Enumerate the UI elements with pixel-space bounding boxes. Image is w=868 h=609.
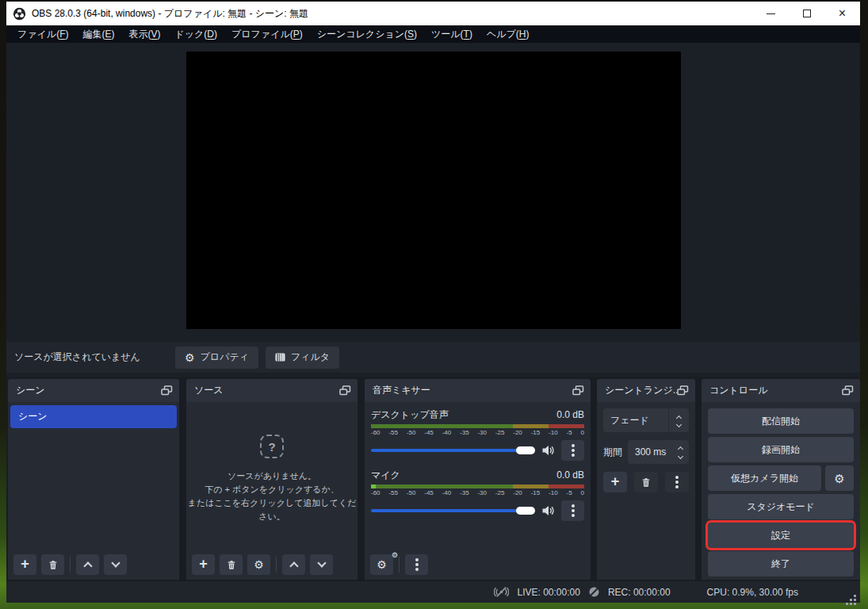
channel-db-value: 0.0 dB	[556, 409, 584, 420]
remove-scene-button[interactable]	[41, 554, 64, 575]
popout-icon[interactable]	[842, 385, 854, 396]
sources-toolbar: + ⚙	[192, 554, 352, 575]
source-up-button[interactable]	[282, 554, 305, 575]
popout-icon[interactable]	[161, 385, 173, 396]
resize-grip-icon[interactable]	[854, 595, 856, 597]
trash-icon	[48, 560, 58, 570]
maximize-button[interactable]	[789, 2, 824, 25]
preview-canvas[interactable]	[186, 52, 681, 329]
volume-slider[interactable]	[371, 507, 535, 515]
scene-item-selected[interactable]: シーン	[10, 405, 177, 428]
vertical-dots-icon	[572, 449, 575, 452]
menu-scene-collection[interactable]: シーンコレクション(S)	[310, 25, 424, 43]
source-properties-button[interactable]: ⚙	[247, 554, 270, 575]
gear-icon: ⚙	[377, 559, 387, 570]
cpu-fps-stats: CPU: 0.9%, 30.00 fps	[707, 587, 798, 598]
meter-scale: -60-55-50-45-40-35-30-25-20-15-10-50	[371, 489, 584, 497]
slider-handle[interactable]	[516, 507, 535, 515]
toolbar-separator	[399, 557, 400, 573]
virtual-cam-settings-button[interactable]: ⚙	[825, 465, 854, 491]
volume-meter	[371, 424, 584, 428]
add-source-button[interactable]: +	[192, 554, 215, 575]
popout-icon[interactable]	[677, 385, 689, 396]
slider-handle[interactable]	[516, 446, 535, 454]
menu-tools[interactable]: ツール(T)	[424, 25, 480, 43]
chevron-down-icon	[676, 421, 682, 427]
mixer-menu-button[interactable]	[405, 554, 428, 575]
rec-time: REC: 00:00:00	[608, 587, 671, 598]
transitions-panel-header: シーントランジ...	[597, 379, 695, 402]
start-streaming-button[interactable]: 配信開始	[708, 408, 854, 434]
source-toolbar: ソースが選択されていません ⚙ プロパティ	[6, 342, 860, 373]
speaker-icon[interactable]	[541, 505, 555, 516]
desktop-wallpaper: OBS 28.0.3 (64-bit, windows) - プロファイル: 無…	[0, 0, 868, 609]
source-down-button[interactable]	[310, 554, 333, 575]
properties-button[interactable]: ⚙ プロパティ	[175, 347, 258, 369]
scene-down-button[interactable]	[104, 554, 127, 575]
studio-mode-button[interactable]: スタジオモード	[708, 494, 854, 519]
transition-select[interactable]: フェード	[603, 408, 689, 432]
start-virtual-cam-button[interactable]: 仮想カメラ開始	[708, 465, 821, 491]
minimize-button[interactable]	[753, 2, 789, 25]
close-button[interactable]: ×	[824, 2, 860, 25]
remove-transition-button[interactable]	[634, 472, 658, 492]
controls-panel: コントロール 配信開始 録画開始 仮想カメラ開始 ⚙ スタジオモード	[702, 379, 860, 580]
minimize-icon	[767, 13, 775, 14]
start-recording-button[interactable]: 録画開始	[708, 437, 854, 462]
popout-icon[interactable]	[572, 385, 584, 396]
menu-edit[interactable]: 編集(E)	[75, 25, 121, 43]
toolbar-separator	[70, 557, 71, 573]
menu-profile[interactable]: プロファイル(P)	[224, 25, 310, 43]
controls-panel-header: コントロール	[702, 379, 860, 402]
meter-scale: -60-55-50-45-40-35-30-25-20-15-10-50	[371, 429, 584, 437]
settings-button[interactable]: 設定	[708, 523, 854, 548]
advanced-audio-button[interactable]: ⚙ ⚙	[370, 554, 393, 575]
menu-docks[interactable]: ドック(D)	[168, 25, 225, 43]
close-icon: ×	[839, 6, 846, 21]
vertical-dots-icon	[415, 563, 419, 566]
volume-meter	[371, 485, 584, 488]
chevron-down-icon	[317, 558, 326, 567]
trash-icon	[641, 477, 651, 488]
popout-icon[interactable]	[339, 385, 351, 396]
filters-button[interactable]: フィルタ	[266, 347, 339, 369]
speaker-icon[interactable]	[541, 445, 555, 456]
scenes-toolbar: +	[13, 554, 174, 575]
docks-area: シーン シーン +	[6, 377, 860, 581]
channel-name: マイク	[371, 469, 400, 482]
menu-help[interactable]: ヘルプ(H)	[480, 25, 537, 43]
maximize-icon	[803, 10, 811, 17]
add-scene-button[interactable]: +	[13, 554, 36, 575]
add-transition-button[interactable]: +	[603, 472, 627, 492]
audio-mixer-panel: 音声ミキサー デスクトップ音声 0.0 dB	[365, 379, 591, 580]
sources-panel: ソース ? ソースがありません。 下の + ボタンをクリックするか、 またはここ…	[186, 379, 358, 580]
remove-source-button[interactable]	[220, 554, 243, 575]
chevron-up-icon	[83, 561, 92, 570]
spin-up-button[interactable]	[677, 446, 683, 452]
filter-icon	[275, 352, 285, 362]
menu-view[interactable]: 表示(V)	[121, 25, 167, 43]
channel-menu-button[interactable]	[561, 440, 584, 461]
select-chevrons	[668, 408, 689, 432]
menu-file[interactable]: ファイル(F)	[10, 25, 75, 43]
transition-menu-button[interactable]	[665, 472, 689, 492]
scenes-panel: シーン シーン +	[8, 379, 179, 580]
chevron-down-icon	[111, 558, 120, 567]
title-bar: OBS 28.0.3 (64-bit, windows) - プロファイル: 無…	[6, 2, 860, 25]
sources-panel-header: ソース	[186, 379, 358, 402]
vertical-dots-icon	[675, 481, 679, 484]
live-time: LIVE: 00:00:00	[517, 587, 579, 598]
duration-spinner[interactable]: 300 ms	[628, 440, 689, 464]
channel-menu-button[interactable]	[561, 500, 584, 521]
spin-down-button[interactable]	[677, 454, 683, 459]
status-bar: LIVE: 00:00:00 REC: 00:00:00 CPU: 0.9%, …	[6, 581, 860, 603]
trash-icon	[227, 560, 236, 570]
exit-button[interactable]: 終了	[708, 551, 854, 576]
rec-disc-icon	[588, 586, 600, 598]
window-controls: ×	[753, 2, 860, 25]
volume-slider[interactable]	[371, 446, 535, 454]
obs-logo-icon	[13, 7, 26, 21]
scenes-panel-header: シーン	[8, 379, 179, 402]
gear-icon: ⚙	[834, 473, 844, 485]
scene-up-button[interactable]	[76, 554, 99, 575]
